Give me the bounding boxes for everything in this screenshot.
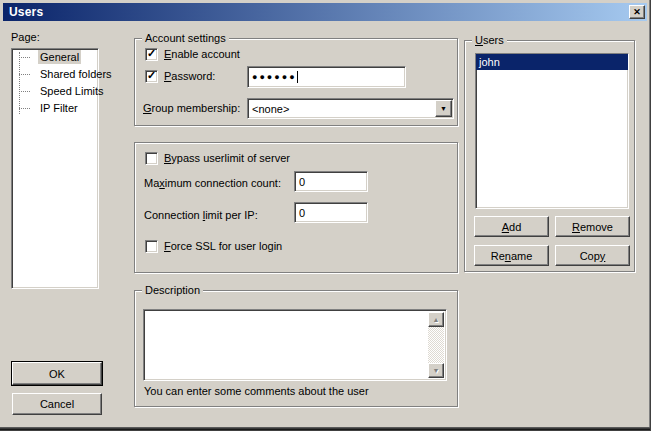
- checkbox-box: ✓: [145, 70, 158, 83]
- check-icon: ✓: [147, 48, 156, 59]
- users-dialog: Users ✕ Page: General Shared folders Spe…: [0, 0, 651, 431]
- check-icon: ✓: [147, 70, 156, 81]
- page-tree[interactable]: General Shared folders Speed Limits IP F…: [11, 48, 99, 289]
- tree-connector: [19, 74, 30, 75]
- bypass-userlimit-label: Bypass userlimit of server: [164, 152, 290, 165]
- tree-connector: [19, 57, 30, 58]
- connection-settings-group: ✓ Bypass userlimit of server Maximum con…: [134, 142, 458, 273]
- add-user-button[interactable]: Add: [474, 216, 549, 237]
- maximum-connection-count-value: 0: [299, 176, 305, 188]
- tree-item-label: Shared folders: [38, 67, 114, 81]
- rename-button-label: Rename: [491, 250, 533, 262]
- enable-account-checkbox[interactable]: ✓ Enable account: [145, 48, 240, 61]
- password-input[interactable]: ●●●●●●: [247, 66, 406, 88]
- rename-user-button[interactable]: Rename: [474, 245, 549, 266]
- group-membership-label: Group membership:: [143, 102, 240, 114]
- copy-user-button[interactable]: Copy: [555, 245, 630, 266]
- ok-button[interactable]: OK: [12, 362, 102, 385]
- text-cursor: [297, 71, 298, 83]
- arrow-up-icon: ▲: [433, 316, 440, 323]
- tree-item-speed-limits[interactable]: Speed Limits: [12, 83, 98, 100]
- scroll-up-button[interactable]: ▲: [428, 312, 444, 327]
- description-group: Description ▲ ▼ You can enter some comme…: [134, 290, 458, 407]
- checkbox-box: ✓: [145, 240, 158, 253]
- maximum-connection-count-input[interactable]: 0: [294, 171, 368, 192]
- tree-connector: [19, 91, 30, 92]
- chevron-down-icon: ▼: [440, 105, 447, 112]
- account-settings-group: Account settings ✓ Enable account ✓ Pass…: [134, 38, 458, 126]
- titlebar: Users ✕: [3, 3, 647, 21]
- users-group-title: Users: [472, 34, 507, 47]
- password-value: ●●●●●●: [252, 73, 297, 82]
- list-item-john[interactable]: john: [476, 54, 628, 70]
- vertical-scrollbar: ▲ ▼: [428, 312, 444, 378]
- description-textarea[interactable]: ▲ ▼: [143, 309, 447, 381]
- maximum-connection-count-label: Maximum connection count:: [144, 177, 281, 189]
- cancel-button[interactable]: Cancel: [12, 393, 102, 415]
- connection-limit-per-ip-value: 0: [299, 207, 305, 219]
- bypass-userlimit-checkbox[interactable]: ✓ Bypass userlimit of server: [145, 152, 290, 165]
- cancel-button-label: Cancel: [40, 398, 74, 410]
- dropdown-button[interactable]: ▼: [435, 100, 452, 117]
- connection-limit-per-ip-label: Connection limit per IP:: [144, 209, 258, 221]
- scroll-down-button[interactable]: ▼: [428, 363, 444, 378]
- tree-item-label: IP Filter: [38, 101, 80, 115]
- ok-button-label: OK: [49, 368, 65, 380]
- user-name: john: [479, 56, 500, 68]
- checkbox-box: ✓: [145, 48, 158, 61]
- tree-item-shared-folders[interactable]: Shared folders: [12, 66, 98, 83]
- tree-connector: [19, 108, 30, 109]
- description-hint: You can enter some comments about the us…: [144, 385, 369, 397]
- close-button[interactable]: ✕: [629, 5, 645, 19]
- connection-limit-per-ip-input[interactable]: 0: [294, 202, 368, 223]
- tree-item-ip-filter[interactable]: IP Filter: [12, 100, 98, 117]
- password-checkbox[interactable]: ✓ Password:: [145, 70, 215, 83]
- remove-user-button[interactable]: Remove: [555, 216, 630, 237]
- checkbox-box: ✓: [145, 152, 158, 165]
- force-ssl-checkbox[interactable]: ✓ Force SSL for user login: [145, 240, 282, 253]
- description-title: Description: [142, 284, 203, 297]
- account-settings-title: Account settings: [142, 32, 229, 45]
- tree-item-label: General: [38, 50, 81, 64]
- close-icon: ✕: [633, 8, 641, 17]
- tree-item-general[interactable]: General: [12, 49, 98, 66]
- add-button-label: Add: [502, 221, 522, 233]
- group-membership-value: <none>: [252, 103, 453, 115]
- users-list[interactable]: john: [475, 53, 629, 209]
- arrow-down-icon: ▼: [433, 367, 440, 374]
- tree-item-label: Speed Limits: [38, 84, 106, 98]
- window-title: Users: [3, 5, 43, 19]
- group-membership-select[interactable]: <none> ▼: [247, 98, 454, 119]
- users-group: Users john Add Remove Rename Copy: [464, 40, 635, 272]
- force-ssl-label: Force SSL for user login: [164, 240, 282, 253]
- copy-button-label: Copy: [580, 250, 606, 262]
- remove-button-label: Remove: [572, 221, 613, 233]
- page-label: Page:: [11, 31, 40, 43]
- enable-account-label: Enable account: [164, 48, 240, 61]
- password-label: Password:: [164, 70, 215, 83]
